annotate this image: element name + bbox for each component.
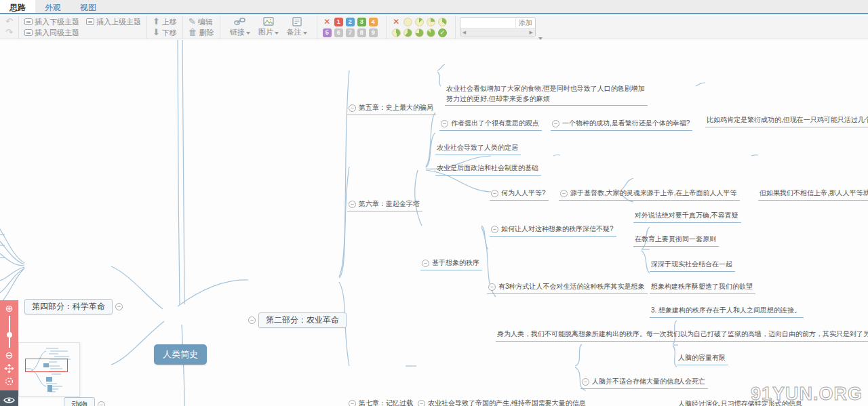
- progress-6-icon[interactable]: [415, 28, 424, 37]
- node-label: 一个物种的成功,是看繁衍还是个体的幸福?: [562, 119, 690, 128]
- collapse-icon[interactable]: −: [349, 104, 356, 112]
- mindmap-node-how[interactable]: − 如何让人对这种想象的秩序深信不疑?: [490, 224, 616, 237]
- node-label: 农业社会导致了人类的定居: [437, 143, 518, 153]
- resource-scrollbar[interactable]: ◀ ▶: [460, 28, 535, 37]
- progress-4-icon[interactable]: [392, 28, 401, 37]
- mindmap-node-ch6[interactable]: − 第六章：盖起金字塔: [347, 199, 422, 211]
- priority-9-badge[interactable]: 9: [369, 28, 378, 37]
- mindmap-node-part2[interactable]: − 第二部分：农业革命: [248, 312, 347, 328]
- edit-button[interactable]: ✎编辑: [189, 17, 213, 27]
- priority-remove-icon[interactable]: ✕: [323, 17, 332, 26]
- priority-5-badge[interactable]: 5: [323, 28, 332, 37]
- mindmap-node-death[interactable]: 人会死亡: [677, 376, 708, 389]
- scroll-left-icon[interactable]: ◀: [460, 30, 468, 35]
- mindmap-node-chicken[interactable]: 比如鸡肯定是繁衍成功的,但现在一只鸡可能只活过几个月就被屠宰,这种情况是惨: [705, 115, 868, 127]
- collapse-icon[interactable]: −: [115, 303, 123, 310]
- mindmap-node-imagined-order[interactable]: − 基于想象的秩序: [420, 258, 482, 270]
- mindmap-node-ch5[interactable]: − 第五章：史上最大的骗局: [347, 102, 436, 115]
- collapse-icon[interactable]: −: [422, 260, 429, 267]
- collapse-icon[interactable]: −: [552, 120, 559, 127]
- mindmap-node-education[interactable]: 在教育上要贯彻同一套原则: [633, 234, 719, 247]
- collapse-icon[interactable]: −: [248, 317, 256, 324]
- mindmap-node-species[interactable]: − 一个物种的成功,是看繁衍还是个体的幸福?: [551, 118, 692, 131]
- resource-input[interactable]: [460, 18, 515, 28]
- collapse-icon[interactable]: −: [488, 283, 496, 291]
- mindmap-node-connection[interactable]: 3. 想象建构的秩序存在于人和人之间思想的连接。: [650, 305, 804, 318]
- insert-sibling-button[interactable]: 插入同级主题: [24, 28, 79, 38]
- priority-8-badge[interactable]: 8: [357, 28, 366, 37]
- image-button[interactable]: 图片: [254, 17, 283, 37]
- mindmap-node-prison[interactable]: 身为人类，我们不可能脱离想象所建构出的秩序。每一次我们以为自己打破了监狱的高墙，…: [496, 329, 868, 342]
- progress-0-icon[interactable]: [403, 18, 412, 26]
- collapse-icon[interactable]: −: [560, 190, 568, 197]
- priority-1-badge[interactable]: 1: [334, 18, 343, 26]
- mindmap-node-part4[interactable]: 第四部分：科学革命 −: [24, 299, 123, 314]
- progress-2-icon[interactable]: [427, 18, 435, 26]
- resource-dropdown-caret-icon[interactable]: [538, 37, 542, 40]
- collapse-icon[interactable]: −: [98, 401, 105, 406]
- mindmap-node-capacity[interactable]: 人脑的容量有限: [677, 352, 728, 365]
- mindmap-node-deep-society[interactable]: 深深于现实社会结合在一起: [650, 259, 735, 272]
- move-group: ⬆上移 ⬇下移: [147, 16, 183, 39]
- mindmap-node-politics[interactable]: 农业是后面政治和社会制度的基础: [435, 163, 541, 176]
- delete-button[interactable]: 🗑删除: [189, 28, 214, 38]
- zoom-slider[interactable]: [9, 316, 10, 348]
- tab-idea[interactable]: 思路: [0, 0, 35, 13]
- minimap-toggle-button[interactable]: [0, 390, 18, 406]
- insert-child-button[interactable]: 插入下级主题: [24, 17, 79, 27]
- mindmap-node-brain[interactable]: − 人脑并不适合存储大量的信息: [580, 376, 683, 389]
- edit-group: ✎编辑 🗑删除: [183, 16, 220, 39]
- link-button[interactable]: 链接: [226, 17, 254, 37]
- progress-3-icon[interactable]: [438, 18, 447, 26]
- zoom-slider-handle[interactable]: [7, 332, 12, 338]
- mindmap-node-food[interactable]: 农业社会看似增加了大家的食物,但是同时也导致了人口的急剧增加 努力过的更好,但却…: [445, 83, 648, 106]
- priority-6-badge[interactable]: 6: [334, 28, 343, 37]
- collapse-icon[interactable]: −: [349, 400, 356, 406]
- mindmap-node-outside[interactable]: 对外说法绝对要千真万确,不容置疑: [633, 210, 741, 223]
- pan-tool-icon[interactable]: [4, 364, 14, 373]
- priority-4-badge[interactable]: 4: [369, 18, 378, 26]
- priority-7-badge[interactable]: 7: [346, 28, 355, 37]
- move-up-button[interactable]: ⬆上移: [153, 17, 177, 27]
- zoom-out-icon[interactable]: ⊖: [5, 350, 14, 360]
- mindmap-node-christian[interactable]: − 源于基督教,大家的灵魂来源于上帝,在上帝面前人人平等: [559, 188, 740, 201]
- undo-icon[interactable]: ↶: [5, 17, 13, 26]
- add-resource-button[interactable]: 添加: [515, 18, 535, 28]
- insert-parent-button[interactable]: 插入上级主题: [86, 17, 141, 27]
- move-down-button[interactable]: ⬇下移: [153, 28, 177, 38]
- mindmap-node-three-ways[interactable]: − 有3种方式让人不会对生活的这种秩序其实是想象: [487, 281, 648, 294]
- mindmap-node-equality[interactable]: − 何为人人平等?: [490, 188, 549, 201]
- mindmap-node-settle[interactable]: 农业社会导致了人类的定居: [435, 142, 521, 155]
- collapse-icon[interactable]: −: [349, 201, 356, 208]
- minimap-viewport[interactable]: [25, 359, 68, 372]
- mindmap-node-empire[interactable]: − 农业社会导致了帝国的产生,维持帝国需要大量的信息: [416, 398, 589, 406]
- mindmap-node-butif[interactable]: 但如果我们不相信上帝,那人人平等就无法说明,所以这个就: [758, 188, 868, 201]
- note-button[interactable]: 备注: [283, 17, 311, 37]
- priority-3-badge[interactable]: 3: [357, 18, 366, 26]
- progress-1-icon[interactable]: [415, 18, 424, 26]
- collapse-icon[interactable]: −: [441, 120, 448, 127]
- scroll-right-icon[interactable]: ▶: [527, 30, 534, 35]
- mindmap-node-ch7[interactable]: − 第七章：记忆过载: [347, 398, 416, 406]
- collapse-icon[interactable]: −: [418, 400, 425, 406]
- tab-appearance[interactable]: 外观: [35, 0, 71, 13]
- mindmap-root-node[interactable]: 人类简史: [154, 344, 207, 365]
- mindmap-node-animal[interactable]: 动物 −: [64, 397, 105, 406]
- locate-center-icon[interactable]: [4, 377, 14, 386]
- collapse-icon[interactable]: −: [491, 226, 498, 233]
- chain-icon: [234, 17, 246, 26]
- progress-7-icon[interactable]: [427, 28, 435, 37]
- mindmap-node-desire[interactable]: 想象构建秩序酥塑造了我们的欲望: [650, 281, 755, 294]
- collapse-icon[interactable]: −: [491, 190, 498, 197]
- redo-icon[interactable]: ↷: [5, 28, 13, 37]
- priority-2-badge[interactable]: 2: [346, 18, 355, 26]
- collapse-icon[interactable]: −: [582, 378, 589, 386]
- mindmap-canvas[interactable]: 人类简史 − 第二部分：农业革命 第四部分：科学革命 − 动物 − − 第五章：…: [0, 40, 868, 406]
- progress-remove-icon[interactable]: ✕: [392, 17, 401, 26]
- progress-5-icon[interactable]: [403, 28, 412, 37]
- zoom-in-icon[interactable]: ⊕: [5, 304, 14, 313]
- tab-view[interactable]: 视图: [71, 0, 106, 13]
- progress-done-icon[interactable]: ✓: [438, 28, 447, 37]
- mindmap-node-author[interactable]: − 作者提出了个很有意思的观点: [439, 118, 542, 131]
- minimap-panel[interactable]: [18, 342, 80, 397]
